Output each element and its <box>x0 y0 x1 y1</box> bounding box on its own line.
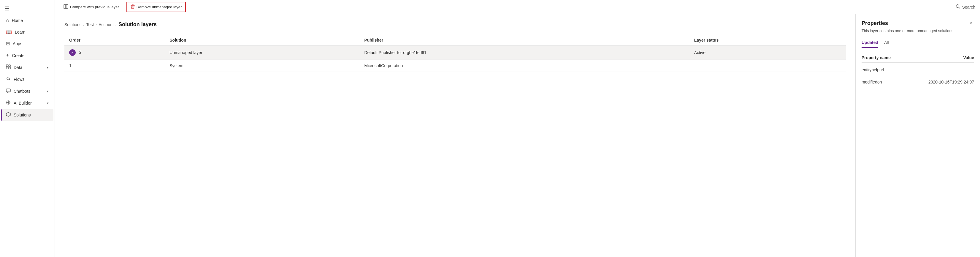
sidebar-item-home[interactable]: ⌂ Home <box>1 15 53 26</box>
sidebar-item-ai-builder[interactable]: AI Builder ▾ <box>1 97 53 109</box>
publisher-cell: MicrosoftCorporation <box>360 60 689 72</box>
compare-icon <box>64 4 68 10</box>
properties-panel: Properties × This layer contains one or … <box>855 14 980 257</box>
solution-layers-table: Order Solution Publisher Layer status ✓ … <box>64 35 846 72</box>
layer-status-cell <box>689 60 846 72</box>
sidebar-item-apps[interactable]: ⊞ Apps <box>1 38 53 49</box>
prop-name: entityhelpurl <box>862 67 884 72</box>
properties-header: Properties × <box>862 20 974 27</box>
sidebar-item-label: Chatbots <box>14 89 30 94</box>
breadcrumb-account[interactable]: Account <box>99 22 114 27</box>
chevron-down-icon: ▾ <box>47 101 49 105</box>
sidebar-item-data[interactable]: Data ▾ <box>1 62 53 73</box>
sidebar-item-label: Create <box>12 53 25 58</box>
sidebar-item-label: Solutions <box>14 113 31 117</box>
properties-tabs: Updated All <box>862 38 974 48</box>
remove-unmanaged-button[interactable]: Remove unmanaged layer <box>126 2 186 12</box>
flows-icon <box>6 77 11 82</box>
main-panel: Solutions › Test › Account › Solution la… <box>55 14 855 257</box>
sidebar-item-flows[interactable]: Flows <box>1 73 53 85</box>
solution-cell: System <box>165 60 360 72</box>
prop-col-name: Property name <box>862 55 891 60</box>
search-icon <box>956 4 961 10</box>
col-publisher: Publisher <box>360 35 689 46</box>
tab-updated[interactable]: Updated <box>862 38 878 48</box>
main-content: Compare with previous layer Remove unman… <box>55 0 980 257</box>
sidebar-item-label: Home <box>12 18 23 23</box>
sidebar-item-learn[interactable]: 📖 Learn <box>1 26 53 38</box>
trash-icon <box>130 4 135 10</box>
tab-all[interactable]: All <box>884 38 889 48</box>
remove-label: Remove unmanaged layer <box>137 5 181 9</box>
compare-label: Compare with previous layer <box>70 5 119 9</box>
prop-col-value: Value <box>963 55 974 60</box>
svg-rect-8 <box>66 5 68 9</box>
properties-subtitle: This layer contains one or more unmanage… <box>862 29 974 33</box>
chatbots-icon <box>6 88 11 94</box>
svg-rect-2 <box>6 67 8 69</box>
row-selected-check: ✓ <box>69 49 76 56</box>
prop-row-modifiedon: modifiedon 2020-10-16T19:29:24:97 <box>862 76 974 88</box>
col-solution: Solution <box>165 35 360 46</box>
compare-button[interactable]: Compare with previous layer <box>60 2 123 12</box>
order-cell: ✓ 2 <box>64 46 165 60</box>
ai-builder-icon <box>6 100 11 106</box>
table-row[interactable]: ✓ 2 Unmanaged layer Default Publisher fo… <box>64 46 846 60</box>
col-order: Order <box>64 35 165 46</box>
sidebar: ☰ ⌂ Home 📖 Learn ⊞ Apps + Create Data ▾ … <box>0 0 55 257</box>
menu-icon[interactable]: ☰ <box>0 2 55 15</box>
data-icon <box>6 64 11 70</box>
publisher-cell: Default Publisher for orgbe1fed61 <box>360 46 689 60</box>
sidebar-item-chatbots[interactable]: Chatbots ▾ <box>1 85 53 97</box>
svg-rect-1 <box>9 65 10 67</box>
breadcrumb-test[interactable]: Test <box>86 22 94 27</box>
prop-value: 2020-10-16T19:29:24:97 <box>928 80 974 85</box>
create-icon: + <box>6 52 9 59</box>
svg-rect-7 <box>64 5 65 9</box>
sidebar-item-solutions[interactable]: Solutions <box>1 109 53 121</box>
breadcrumb-sep-2: › <box>95 22 97 27</box>
svg-rect-3 <box>9 67 10 69</box>
breadcrumb: Solutions › Test › Account › Solution la… <box>64 21 846 28</box>
breadcrumb-current: Solution layers <box>118 21 157 28</box>
breadcrumb-sep-3: › <box>115 22 117 27</box>
prop-table-header: Property name Value <box>862 53 974 63</box>
sidebar-item-label: Learn <box>15 30 25 35</box>
close-button[interactable]: × <box>968 20 974 27</box>
search-label: Search <box>962 5 975 10</box>
content-area: Solutions › Test › Account › Solution la… <box>55 14 980 257</box>
prop-row-entityhelpurl: entityhelpurl <box>862 64 974 76</box>
sidebar-item-create[interactable]: + Create <box>1 49 53 62</box>
sidebar-item-label: AI Builder <box>14 101 32 105</box>
home-icon: ⌂ <box>6 18 9 23</box>
toolbar: Compare with previous layer Remove unman… <box>55 0 980 14</box>
svg-rect-4 <box>6 89 10 92</box>
chevron-down-icon: ▾ <box>47 65 49 70</box>
sidebar-item-label: Data <box>14 65 22 70</box>
svg-rect-0 <box>6 65 8 67</box>
search-button[interactable]: Search <box>956 4 975 10</box>
apps-icon: ⊞ <box>6 41 10 46</box>
order-cell: 1 <box>64 60 165 72</box>
properties-title: Properties <box>862 20 888 26</box>
solutions-icon <box>6 112 11 118</box>
solution-cell: Unmanaged layer <box>165 46 360 60</box>
svg-marker-6 <box>6 112 10 117</box>
chevron-down-icon: ▾ <box>47 89 49 93</box>
sidebar-item-label: Flows <box>14 77 25 82</box>
table-row[interactable]: 1 System MicrosoftCorporation <box>64 60 846 72</box>
layer-status-cell: Active <box>689 46 846 60</box>
properties-table: Property name Value entityhelpurl modifi… <box>862 53 974 88</box>
breadcrumb-solutions[interactable]: Solutions <box>64 22 82 27</box>
col-layer-status: Layer status <box>689 35 846 46</box>
sidebar-item-label: Apps <box>13 41 22 46</box>
prop-name: modifiedon <box>862 80 882 85</box>
learn-icon: 📖 <box>6 29 12 35</box>
breadcrumb-sep-1: › <box>83 22 84 27</box>
